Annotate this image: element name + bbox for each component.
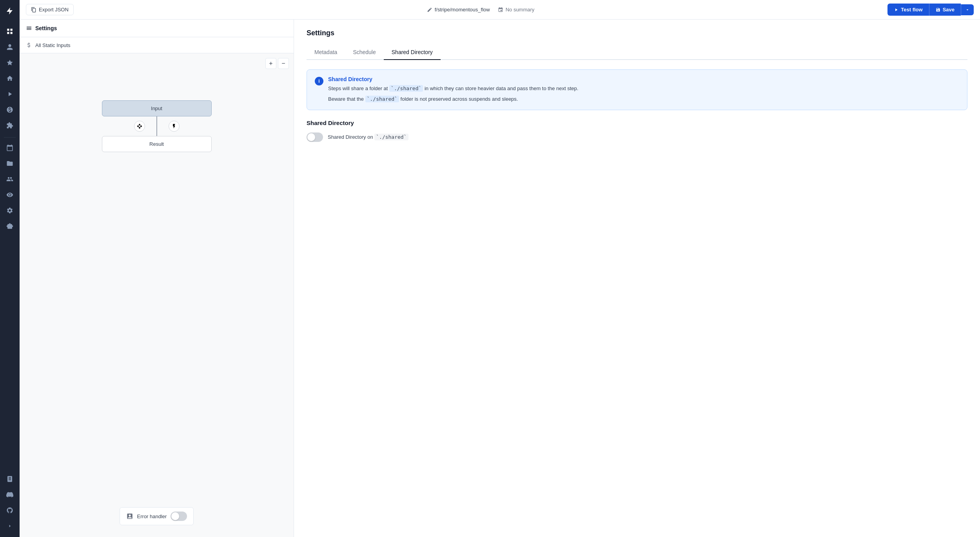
sidebar-item-puzzle[interactable] [3,118,17,132]
sidebar-item-star[interactable] [3,56,17,70]
info-text-1: Steps will share a folder at `./shared` … [328,85,578,93]
play-icon [894,7,898,12]
sidebar [0,0,20,537]
sidebar-item-folder[interactable] [3,156,17,171]
sidebar-item-eye[interactable] [3,188,17,202]
sidebar-item-github[interactable] [3,503,17,517]
add-step-button[interactable] [134,121,145,132]
edit-icon [427,7,432,13]
section-title: Shared Directory [307,120,967,126]
topbar-path: f/stripe/momentous_flow [427,7,490,13]
sidebar-item-grid[interactable] [3,24,17,38]
topbar-summary: No summary [498,7,535,13]
sidebar-item-discord[interactable] [3,488,17,502]
info-content: Shared Directory Steps will share a fold… [328,76,578,103]
tab-shared-directory[interactable]: Shared Directory [384,45,441,60]
chevron-down-icon [965,7,970,12]
sidebar-item-user[interactable] [3,40,17,54]
lightning-icon [171,123,177,129]
settings-header[interactable]: Settings [20,20,294,37]
sidebar-item-people[interactable] [3,172,17,186]
svg-rect-2 [7,32,9,34]
sidebar-item-robot[interactable] [3,219,17,233]
sidebar-item-arrow[interactable] [3,519,17,533]
save-button[interactable]: Save [929,4,961,16]
zoom-in-button[interactable]: + [265,58,276,69]
sidebar-item-book[interactable] [3,472,17,486]
sidebar-item-settings[interactable] [3,203,17,218]
sidebar-item-calendar[interactable] [3,141,17,155]
right-panel: Settings Metadata Schedule Shared Direct… [294,20,980,537]
save-dropdown-button[interactable] [961,4,974,15]
info-title: Shared Directory [328,76,578,82]
flow-canvas: + − Input [20,53,294,537]
test-flow-button[interactable]: Test flow [887,4,929,16]
lightning-button[interactable] [169,121,180,132]
content-area: Settings All Static Inputs + − [20,20,980,537]
error-handler-icon [126,513,133,520]
settings-header-icon [26,25,32,31]
sidebar-item-play[interactable] [3,87,17,101]
shared-directory-toggle-row: Shared Directory on `./shared` [307,132,967,142]
info-box: i Shared Directory Steps will share a fo… [307,69,967,110]
flow-nodes-container: Input Result [20,53,294,152]
dollar-sign-icon [26,42,32,48]
export-json-button[interactable]: Export JSON [26,4,74,15]
canvas-controls: + − [265,58,289,69]
tab-metadata[interactable]: Metadata [307,45,345,60]
topbar-center: f/stripe/momentous_flow No summary [78,7,883,13]
sidebar-logo[interactable] [3,4,17,18]
export-icon [31,7,36,13]
left-panel: Settings All Static Inputs + − [20,20,294,537]
svg-rect-0 [7,29,9,31]
sidebar-divider-1 [4,137,16,138]
settings-title: Settings [307,29,967,37]
all-static-inputs-row[interactable]: All Static Inputs [20,37,294,53]
flow-line [156,116,157,136]
pin-icon [498,7,503,13]
svg-rect-1 [11,29,13,31]
save-icon [936,7,940,12]
input-node[interactable]: Input [102,100,212,116]
sidebar-item-home[interactable] [3,71,17,85]
tab-schedule[interactable]: Schedule [345,45,383,60]
sidebar-item-dollar[interactable] [3,103,17,117]
move-icon [137,123,142,129]
info-icon: i [315,77,323,85]
toggle-knob [171,512,179,520]
settings-tabs: Metadata Schedule Shared Directory [307,45,967,60]
shared-directory-toggle[interactable] [307,132,323,142]
error-handler-toggle[interactable] [171,512,187,521]
shared-toggle-knob [307,133,315,141]
zoom-out-button[interactable]: − [278,58,289,69]
main-area: Export JSON f/stripe/momentous_flow No s… [20,0,980,537]
svg-rect-3 [11,32,13,34]
flow-connector [134,116,180,136]
result-node[interactable]: Result [102,136,212,152]
shared-directory-label: Shared Directory on `./shared` [328,134,408,140]
info-text-2: Beware that the `./shared` folder is not… [328,95,578,103]
topbar-actions: Test flow Save [887,4,974,16]
error-handler-row: Error handler [120,507,194,525]
topbar: Export JSON f/stripe/momentous_flow No s… [20,0,980,20]
